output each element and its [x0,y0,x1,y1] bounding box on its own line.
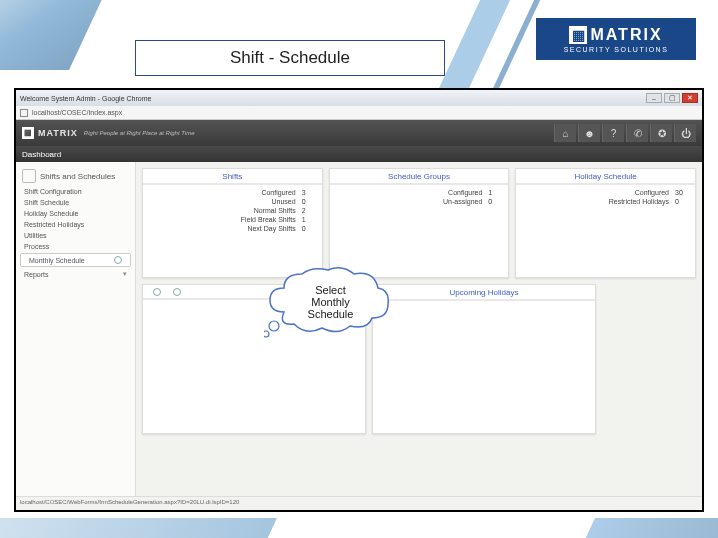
stat-row: Configured3 [149,188,316,197]
indicator-icon [153,288,161,296]
sidebar: Shifts and Schedules Shift Configuration… [16,162,136,496]
stat-row: Field Break Shifts1 [149,215,316,224]
svg-point-1 [264,331,269,337]
status-bar: localhost/COSEC/WebForms/frmScheduleGene… [16,496,702,510]
app-brand: MATRIX [38,128,78,138]
stat-row: Configured1 [336,188,503,197]
stat-row: Next Day Shifts0 [149,224,316,233]
page-icon [20,109,28,117]
window-title: Welcome System Admin - Google Chrome [20,95,151,102]
callout-text: Select Monthly Schedule [288,284,373,320]
panel-shifts-title: Shifts [143,169,322,185]
window-minimize-button[interactable]: – [646,93,662,103]
sidebar-group-header: Shifts and Schedules [16,166,135,186]
decor-stripe-tl [0,0,111,70]
sidebar-item-restricted-holidays[interactable]: Restricted Holidays [16,219,135,230]
logo-mark-icon: ▦ [569,26,587,44]
panel-upcoming-holidays-title: Upcoming Holidays [373,285,595,301]
svg-point-0 [269,321,279,331]
panel-holiday-schedule-title: Holiday Schedule [516,169,695,185]
sidebar-item-monthly-schedule[interactable]: Monthly Schedule [20,253,131,267]
sidebar-reports-label: Reports [24,271,49,278]
window-close-button[interactable]: ✕ [682,93,698,103]
logo-tagline: SECURITY SOLUTIONS [564,46,669,53]
shifts-schedules-icon [22,169,36,183]
panel-schedule-groups-title: Schedule Groups [330,169,509,185]
sidebar-item-holiday-schedule[interactable]: Holiday Schedule [16,208,135,219]
sidebar-item-process[interactable]: Process [16,241,135,252]
stat-row: Normal Shifts2 [149,206,316,215]
dashboard-main: Shifts Configured3 Unused0 Normal Shifts… [136,162,702,496]
chevron-down-icon: ▾ [123,270,127,278]
settings-icon[interactable]: ✪ [650,124,672,142]
stat-row: Un-assigned0 [336,197,503,206]
stat-row: Unused0 [149,197,316,206]
panel-holiday-schedule: Holiday Schedule Configured30 Restricted… [515,168,696,278]
panel-shifts: Shifts Configured3 Unused0 Normal Shifts… [142,168,323,278]
app-logo-icon: ▦ [22,127,34,139]
stat-row: Configured30 [522,188,689,197]
app-header: ▦ MATRIX Right People at Right Place at … [16,120,702,146]
home-icon[interactable]: ⌂ [554,124,576,142]
stat-row: Restricted Holidays0 [522,197,689,206]
window-title-bar: Welcome System Admin - Google Chrome – ▢… [16,90,702,106]
app-tagline: Right People at Right Place at Right Tim… [84,130,195,136]
globe-icon[interactable]: ☻ [578,124,600,142]
sidebar-item-label: Monthly Schedule [29,257,85,264]
panel-upcoming-holidays: Upcoming Holidays [372,284,596,434]
window-maximize-button[interactable]: ▢ [664,93,680,103]
callout-bubble: Select Monthly Schedule [264,264,394,338]
phone-icon[interactable]: ✆ [626,124,648,142]
help-icon[interactable]: ? [602,124,624,142]
address-url: localhost/COSEC/Index.aspx [32,109,122,116]
slide-title-box: Shift - Schedule [135,40,445,76]
sidebar-item-shift-config[interactable]: Shift Configuration [16,186,135,197]
address-bar[interactable]: localhost/COSEC/Index.aspx [16,106,702,120]
decor-stripe-bl [0,518,277,538]
status-url: localhost/COSEC/WebForms/frmScheduleGene… [20,499,239,505]
sidebar-group-title: Shifts and Schedules [40,172,115,181]
slide-title: Shift - Schedule [230,48,350,68]
sidebar-item-shift-schedule[interactable]: Shift Schedule [16,197,135,208]
indicator-icon [173,288,181,296]
power-icon[interactable]: ⏻ [674,124,696,142]
tab-dashboard[interactable]: Dashboard [22,150,61,159]
logo-name: MATRIX [590,26,662,44]
sidebar-item-utilities[interactable]: Utilities [16,230,135,241]
refresh-icon[interactable] [114,256,122,264]
matrix-logo: ▦ MATRIX SECURITY SOLUTIONS [536,18,696,60]
tab-bar: Dashboard [16,146,702,162]
panel-schedule-groups: Schedule Groups Configured1 Un-assigned0 [329,168,510,278]
decor-stripe-br [581,518,718,538]
sidebar-item-reports[interactable]: Reports ▾ [16,268,135,280]
